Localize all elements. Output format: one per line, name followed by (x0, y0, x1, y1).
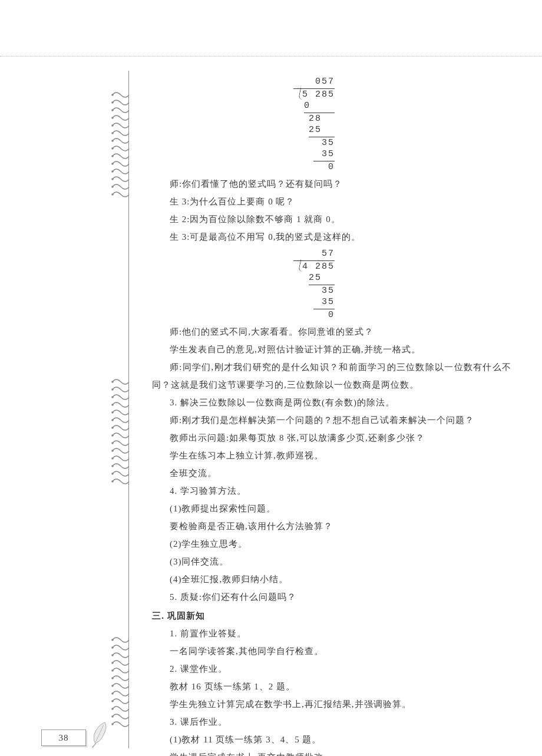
body-p13: (3)同伴交流。 (152, 553, 511, 570)
ld1-step-0: 0 (304, 100, 335, 113)
svg-point-27 (111, 480, 114, 483)
svg-point-2 (111, 109, 114, 111)
dialogue-student2: 生 2:因为百位除以除数不够商 1 就商 0。 (152, 210, 511, 228)
section3-p7: (1)教材 11 页练一练第 3、4、5 题。 (152, 731, 511, 748)
svg-point-15 (111, 388, 114, 391)
svg-point-23 (111, 450, 114, 452)
body-p8: 全班交流。 (152, 464, 511, 482)
svg-point-33 (111, 677, 114, 679)
ld2-step-3: 0 (293, 309, 335, 321)
svg-point-4 (111, 124, 114, 127)
ld2-quotient: 57 (293, 248, 335, 261)
long-division-1: 057 5 285 0 28 25 35 35 0 (293, 76, 335, 173)
svg-point-37 (111, 708, 114, 710)
svg-point-1 (111, 101, 114, 104)
body-p15: 5. 质疑:你们还有什么问题吗？ (152, 588, 511, 606)
body-p10: (1)教师提出探索性问题。 (152, 500, 511, 517)
svg-point-0 (111, 94, 114, 96)
ld1-step-4: 35 (313, 148, 335, 161)
section3-p2: 一名同学读答案,其他同学自行检查。 (152, 642, 511, 660)
ld2-step-1: 35 (293, 285, 335, 297)
svg-point-30 (111, 654, 114, 656)
ld1-dividend: 5 285 (293, 89, 335, 101)
svg-point-39 (111, 723, 114, 725)
svg-point-5 (111, 132, 114, 134)
svg-point-25 (111, 465, 114, 467)
svg-point-10 (111, 170, 114, 173)
body-p12: (2)学生独立思考。 (152, 535, 511, 553)
ld2-step-2: 35 (313, 296, 335, 309)
body-p2: 学生发表自己的意见,对照估计验证计算的正确,并统一格式。 (152, 341, 511, 358)
body-p11: 要检验商是否正确,该用什么方法验算？ (152, 517, 511, 535)
body-p5: 师:刚才我们是怎样解决第一个问题的？想不想自己试着来解决一个问题？ (152, 411, 511, 429)
spiral-binding-bottom (111, 636, 130, 728)
page-number: 38 (41, 729, 86, 746)
section3-p3: 2. 课堂作业。 (152, 660, 511, 678)
ld2-step-0: 25 (309, 272, 335, 285)
svg-point-18 (111, 411, 114, 414)
body-p3: 师:同学们,刚才我们研究的是什么知识？和前面学习的三位数除以一位数有什么不同？这… (152, 358, 511, 394)
body-p7: 学生在练习本上独立计算,教师巡视。 (152, 447, 511, 464)
feather-icon (87, 720, 111, 748)
svg-point-9 (111, 163, 114, 165)
header-dotted-rule (0, 56, 542, 57)
spiral-binding-middle (111, 378, 130, 486)
body-p6: 教师出示问题:如果每页放 8 张,可以放满多少页,还剩多少张？ (152, 429, 511, 447)
section3-p6: 3. 课后作业。 (152, 713, 511, 731)
svg-point-17 (111, 404, 114, 406)
svg-point-22 (111, 442, 114, 444)
dialogue-student3-b: 生 3:可是最高位不用写 0,我的竖式是这样的。 (152, 228, 511, 246)
body-p14: (4)全班汇报,教师归纳小结。 (152, 570, 511, 588)
ld1-step-1: 28 (293, 113, 335, 125)
ld2-dividend: 4 285 (293, 261, 335, 273)
long-division-2: 57 4 285 25 35 35 0 (293, 248, 335, 321)
body-p1: 师:他们的竖式不同,大家看看。你同意谁的竖式？ (152, 323, 511, 341)
svg-point-20 (111, 427, 114, 429)
svg-point-28 (111, 639, 114, 641)
body-p4: 3. 解决三位数除以一位数商是两位数(有余数)的除法。 (152, 394, 511, 411)
svg-point-7 (111, 147, 114, 150)
page-content: 057 5 285 0 28 25 35 35 0 师:你们看懂了他的竖式吗？还… (152, 74, 511, 756)
ld1-step-2: 25 (309, 124, 335, 137)
svg-point-29 (111, 646, 114, 649)
svg-point-36 (111, 700, 114, 702)
section3-p8: 学生课后完成在书上,再交由教师批改。 (152, 748, 511, 756)
svg-point-21 (111, 434, 114, 437)
dialogue-student3-a: 生 3:为什么百位上要商 0 呢？ (152, 193, 511, 210)
section-3-heading: 三. 巩固新知 (152, 607, 511, 625)
svg-point-34 (111, 685, 114, 687)
svg-point-14 (111, 381, 114, 383)
ld1-step-3: 35 (293, 137, 335, 149)
body-p9: 4. 学习验算方法。 (152, 482, 511, 500)
svg-point-38 (111, 715, 114, 718)
svg-point-8 (111, 155, 114, 157)
svg-point-11 (111, 178, 114, 180)
section3-p1: 1. 前置作业答疑。 (152, 625, 511, 642)
svg-point-32 (111, 669, 114, 672)
svg-point-24 (111, 457, 114, 460)
svg-point-19 (111, 419, 114, 421)
svg-point-31 (111, 662, 114, 664)
section3-p5: 学生先独立计算完成在数学书上,再汇报结果,并强调验算。 (152, 695, 511, 713)
ld1-quotient: 057 (293, 76, 335, 89)
svg-point-3 (111, 117, 114, 119)
svg-point-12 (111, 186, 114, 188)
spiral-binding-top (111, 91, 130, 199)
svg-point-35 (111, 692, 114, 695)
svg-point-16 (111, 396, 114, 398)
svg-point-26 (111, 473, 114, 475)
dialogue-teacher-1: 师:你们看懂了他的竖式吗？还有疑问吗？ (152, 175, 511, 193)
ld1-step-5: 0 (293, 161, 335, 173)
section3-p4: 教材 16 页练一练第 1、2 题。 (152, 678, 511, 695)
svg-point-13 (111, 193, 114, 196)
svg-point-6 (111, 140, 114, 142)
